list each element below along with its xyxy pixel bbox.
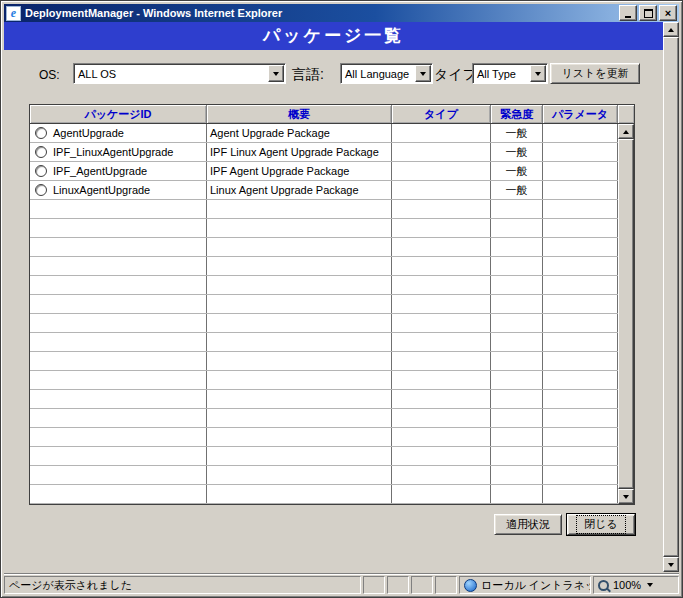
- summary-cell: [207, 485, 392, 503]
- type-cell: [392, 428, 491, 446]
- urgency-cell: [491, 485, 543, 503]
- summary-cell: Agent Upgrade Package: [207, 124, 392, 142]
- type-select[interactable]: All Type: [472, 63, 548, 84]
- table-row: AgentUpgradeAgent Upgrade Package一般: [30, 124, 618, 143]
- package-id-cell: [30, 295, 207, 313]
- param-cell: [543, 485, 618, 503]
- scroll-down-icon: [623, 495, 629, 499]
- page-scroll-thumb[interactable]: [663, 37, 679, 557]
- status-message-panel: ページが表示されました: [4, 576, 361, 594]
- header-filler: [618, 105, 634, 123]
- column-header-1[interactable]: 概要: [207, 105, 392, 123]
- package-id-cell: IPF_LinuxAgentUpgrade: [30, 143, 207, 161]
- page-scrollbar[interactable]: [663, 22, 679, 572]
- type-cell: [392, 143, 491, 161]
- status-panel-4: [435, 576, 457, 594]
- urgency-cell: [491, 466, 543, 484]
- param-cell: [543, 162, 618, 180]
- refresh-list-button[interactable]: リストを更新: [550, 63, 640, 84]
- table-row: [30, 276, 618, 295]
- type-cell: [392, 181, 491, 199]
- status-panel-1: [363, 576, 385, 594]
- os-select[interactable]: ALL OS: [73, 63, 286, 84]
- window-title: DeploymentManager - Windows Internet Exp…: [25, 7, 615, 19]
- close-page-label: 閉じる: [576, 515, 626, 534]
- language-dropdown-arrow-icon[interactable]: [415, 65, 431, 82]
- table-scroll-down-button[interactable]: [618, 489, 634, 504]
- urgency-cell: [491, 257, 543, 275]
- package-id-cell: [30, 219, 207, 237]
- window-titlebar[interactable]: e DeploymentManager - Windows Internet E…: [4, 4, 679, 22]
- apply-status-button[interactable]: 適用状況: [494, 514, 562, 535]
- zoom-panel[interactable]: 100%: [593, 576, 679, 594]
- column-header-0[interactable]: パッケージID: [30, 105, 207, 123]
- status-message: ページが表示されました: [9, 578, 132, 593]
- package-id-cell: [30, 352, 207, 370]
- zoom-dropdown-icon[interactable]: [647, 583, 653, 587]
- minimize-button[interactable]: [619, 5, 637, 21]
- param-cell: [543, 124, 618, 142]
- page-scroll-up-button[interactable]: [663, 22, 679, 37]
- package-id-cell: [30, 200, 207, 218]
- close-page-button[interactable]: 閉じる: [567, 514, 635, 535]
- param-cell: [543, 390, 618, 408]
- package-radio[interactable]: [35, 146, 47, 158]
- table-row: [30, 257, 618, 276]
- table-row: IPF_LinuxAgentUpgradeIPF Linux Agent Upg…: [30, 143, 618, 162]
- scroll-down-icon: [668, 563, 674, 567]
- table-scroll-up-button[interactable]: [618, 124, 634, 139]
- summary-cell: [207, 257, 392, 275]
- close-button[interactable]: ×: [659, 5, 677, 21]
- type-dropdown-arrow-icon[interactable]: [530, 65, 546, 82]
- security-zone-label: ローカル イントラネット: [481, 578, 591, 593]
- package-table: パッケージID概要タイプ緊急度パラメータ AgentUpgradeAgent U…: [29, 104, 635, 505]
- security-zone-panel[interactable]: ローカル イントラネット: [459, 576, 591, 594]
- table-scroll-thumb[interactable]: [618, 139, 634, 489]
- language-select[interactable]: All Language: [340, 63, 433, 84]
- package-radio[interactable]: [35, 165, 47, 177]
- summary-cell: [207, 466, 392, 484]
- type-cell: [392, 257, 491, 275]
- language-label: 言語:: [292, 66, 324, 84]
- column-header-4[interactable]: パラメータ: [543, 105, 618, 123]
- package-radio[interactable]: [35, 127, 47, 139]
- urgency-cell: [491, 238, 543, 256]
- summary-cell: [207, 219, 392, 237]
- urgency-cell: [491, 200, 543, 218]
- package-id-cell: LinuxAgentUpgrade: [30, 181, 207, 199]
- param-cell: [543, 295, 618, 313]
- urgency-cell: [491, 371, 543, 389]
- table-row: [30, 428, 618, 447]
- type-cell: [392, 314, 491, 332]
- page-scroll-down-button[interactable]: [663, 557, 679, 572]
- param-cell: [543, 314, 618, 332]
- package-radio[interactable]: [35, 184, 47, 196]
- type-cell: [392, 124, 491, 142]
- package-id-cell: [30, 466, 207, 484]
- param-cell: [543, 447, 618, 465]
- param-cell: [543, 200, 618, 218]
- table-scrollbar[interactable]: [618, 124, 634, 504]
- status-bar: ページが表示されました ローカル イントラネット 100%: [4, 573, 679, 594]
- package-id-cell: [30, 314, 207, 332]
- table-rows: AgentUpgradeAgent Upgrade Package一般IPF_L…: [30, 124, 618, 504]
- column-header-3[interactable]: 緊急度: [491, 105, 543, 123]
- summary-cell: [207, 276, 392, 294]
- package-id-cell: [30, 409, 207, 427]
- summary-cell: [207, 200, 392, 218]
- os-dropdown-arrow-icon[interactable]: [268, 65, 284, 82]
- package-id-cell: [30, 447, 207, 465]
- package-id: IPF_AgentUpgrade: [53, 165, 147, 177]
- table-row: [30, 314, 618, 333]
- magnifier-icon: [598, 580, 609, 591]
- summary-cell: [207, 390, 392, 408]
- urgency-cell: 一般: [491, 162, 543, 180]
- column-header-2[interactable]: タイプ: [392, 105, 491, 123]
- package-id: LinuxAgentUpgrade: [53, 184, 150, 196]
- maximize-button[interactable]: [639, 5, 657, 21]
- urgency-cell: [491, 447, 543, 465]
- type-cell: [392, 219, 491, 237]
- urgency-cell: [491, 428, 543, 446]
- os-label: OS:: [39, 68, 60, 82]
- table-row: [30, 447, 618, 466]
